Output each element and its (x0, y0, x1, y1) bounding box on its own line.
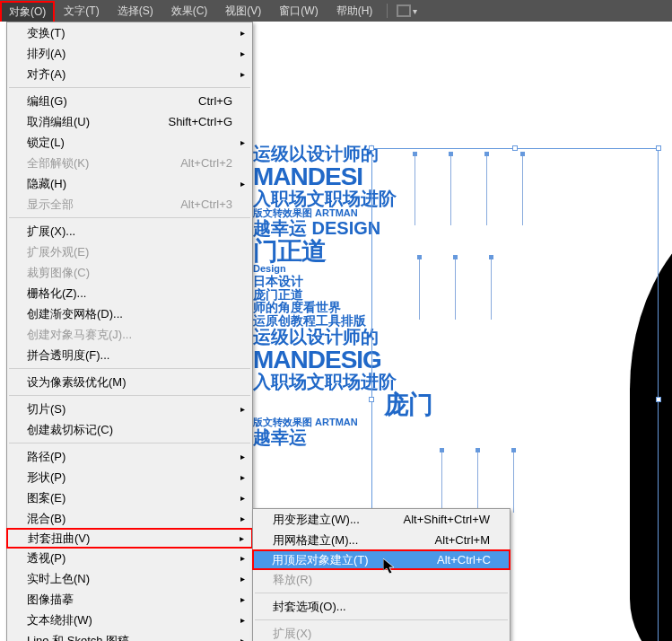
selection-handle[interactable] (512, 145, 518, 151)
menu-item[interactable]: 形状(P)▸ (7, 467, 252, 487)
menu-item[interactable]: 编组(G)Ctrl+G (7, 91, 252, 111)
envelope-distort-submenu: 用变形建立(W)...Alt+Shift+Ctrl+W用网格建立(M)...Al… (252, 508, 511, 641)
menu-item[interactable]: 隐藏(H)▸ (7, 173, 252, 194)
menu-item[interactable]: 创建渐变网格(D)... (7, 303, 252, 324)
submenu-arrow-icon: ▸ (240, 493, 245, 503)
dropdown-caret-icon[interactable]: ▾ (413, 6, 417, 16)
menu-item-label: 路径(P) (27, 449, 65, 465)
menu-item: 裁剪图像(C) (7, 262, 252, 283)
menu-separator (9, 443, 250, 443)
menu-item[interactable]: 拼合透明度(F)... (7, 345, 252, 365)
menu-item[interactable]: 图案(E)▸ (7, 487, 252, 508)
anchor-point[interactable] (413, 152, 417, 156)
menu-item: 扩展外观(E) (7, 241, 252, 262)
menu-item-label: 形状(P) (27, 470, 65, 486)
menu-item-label: 取消编组(U) (27, 114, 90, 130)
menu-shortcut: Ctrl+G (198, 94, 232, 108)
panel-layout-icon[interactable] (397, 4, 411, 17)
submenu-item-label: 释放(R) (273, 572, 312, 588)
anchor-point[interactable] (520, 152, 525, 156)
menu-effect[interactable]: 效果(C) (162, 0, 217, 22)
menu-item: 全部解锁(K)Alt+Ctrl+2 (7, 153, 252, 173)
menu-window[interactable]: 窗口(W) (270, 0, 327, 22)
submenu-item[interactable]: 用网格建立(M)...Alt+Ctrl+M (253, 530, 510, 550)
selection-handle[interactable] (369, 397, 374, 402)
menu-item: 显示全部Alt+Ctrl+3 (7, 194, 252, 215)
menu-item[interactable]: 排列(A)▸ (7, 43, 252, 64)
menu-item-label: 设为像素级优化(M) (27, 374, 127, 391)
menu-shortcut: Alt+Ctrl+3 (180, 198, 232, 211)
menu-item-label: 图案(E) (27, 490, 65, 506)
submenu-item[interactable]: 用顶层对象建立(T)Alt+Ctrl+C (252, 549, 511, 570)
submenu-arrow-icon: ▸ (240, 553, 245, 563)
menu-object[interactable]: 对象(O) (0, 1, 55, 22)
guide-line (415, 154, 415, 225)
menu-item[interactable]: 扩展(X)... (7, 221, 252, 241)
menu-item[interactable]: 透视(P)▸ (7, 548, 252, 568)
anchor-point[interactable] (489, 255, 493, 259)
submenu-item-label: 扩展(X) (273, 626, 311, 642)
menu-separator (9, 368, 250, 369)
menu-item-label: 裁剪图像(C) (27, 265, 90, 281)
guide-line (513, 450, 514, 513)
guide-line (486, 154, 487, 225)
menu-item[interactable]: 对齐(A)▸ (7, 64, 252, 84)
submenu-item: 扩展(X) (253, 623, 510, 641)
menu-item-label: 排列(A) (27, 46, 65, 62)
menu-item-label: 变换(T) (27, 25, 65, 41)
menu-item-label: 对齐(A) (27, 66, 65, 83)
menu-item[interactable]: 栅格化(Z)... (7, 283, 252, 303)
anchor-point[interactable] (440, 448, 444, 452)
menu-item[interactable]: 封套扭曲(V)▸ (6, 528, 253, 549)
guide-line (491, 257, 492, 320)
menu-item[interactable]: 变换(T)▸ (7, 22, 252, 43)
menu-help[interactable]: 帮助(H) (327, 0, 382, 22)
submenu-arrow-icon: ▸ (240, 404, 245, 414)
menu-shortcut: Shift+Ctrl+G (168, 115, 232, 128)
menu-item[interactable]: 混合(B)▸ (7, 508, 252, 529)
menu-text[interactable]: 文字(T) (55, 0, 108, 22)
anchor-point[interactable] (511, 448, 516, 452)
menu-view[interactable]: 视图(V) (216, 0, 270, 22)
submenu-item-label: 用变形建立(W)... (273, 512, 360, 528)
menu-select[interactable]: 选择(S) (109, 0, 162, 22)
anchor-point[interactable] (449, 152, 453, 156)
menu-separator (9, 395, 250, 396)
menu-item[interactable]: 创建裁切标记(C) (7, 419, 252, 440)
menu-item[interactable]: 切片(S)▸ (7, 399, 252, 419)
guide-line (419, 257, 420, 320)
menu-shortcut: Alt+Ctrl+M (435, 533, 490, 547)
menu-item[interactable]: 设为像素级优化(M) (7, 372, 252, 392)
menu-item-label: 创建渐变网格(D)... (27, 306, 123, 322)
menu-item-label: 混合(B) (27, 511, 65, 527)
menu-item[interactable]: 图像描摹▸ (7, 589, 252, 610)
selection-handle[interactable] (369, 145, 374, 151)
object-menu-dropdown: 变换(T)▸排列(A)▸对齐(A)▸编组(G)Ctrl+G取消编组(U)Shif… (6, 22, 253, 641)
menu-item-label: 创建对象马赛克(J)... (27, 327, 132, 343)
selection-handle[interactable] (656, 397, 661, 402)
menu-item[interactable]: 实时上色(N)▸ (7, 568, 252, 589)
anchor-point[interactable] (453, 255, 458, 259)
anchor-point[interactable] (417, 255, 422, 259)
menu-item-label: 封套扭曲(V) (28, 531, 90, 547)
menu-item[interactable]: 文本绕排(W)▸ (7, 610, 252, 630)
submenu-item[interactable]: 用变形建立(W)...Alt+Shift+Ctrl+W (253, 509, 510, 530)
guide-line (441, 450, 442, 513)
submenu-arrow-icon: ▸ (240, 615, 245, 625)
anchor-point[interactable] (476, 448, 480, 452)
submenu-arrow-icon: ▸ (240, 69, 245, 79)
menu-separator (9, 217, 250, 218)
menu-item[interactable]: 锁定(L)▸ (7, 132, 252, 153)
menu-item[interactable]: 取消编组(U)Shift+Ctrl+G (7, 111, 252, 132)
submenu-item-label: 封套选项(O)... (273, 599, 346, 615)
anchor-point[interactable] (484, 152, 489, 156)
menu-item[interactable]: 路径(P)▸ (7, 446, 252, 467)
guide-line (450, 154, 451, 225)
menu-item[interactable]: Line 和 Sketch 图稿▸ (7, 630, 252, 641)
submenu-arrow-icon: ▸ (240, 514, 245, 523)
submenu-arrow-icon: ▸ (240, 28, 245, 38)
selection-handle[interactable] (656, 145, 661, 151)
submenu-arrow-icon: ▸ (240, 574, 245, 584)
menu-separator (9, 87, 250, 88)
submenu-item[interactable]: 封套选项(O)... (253, 596, 510, 617)
